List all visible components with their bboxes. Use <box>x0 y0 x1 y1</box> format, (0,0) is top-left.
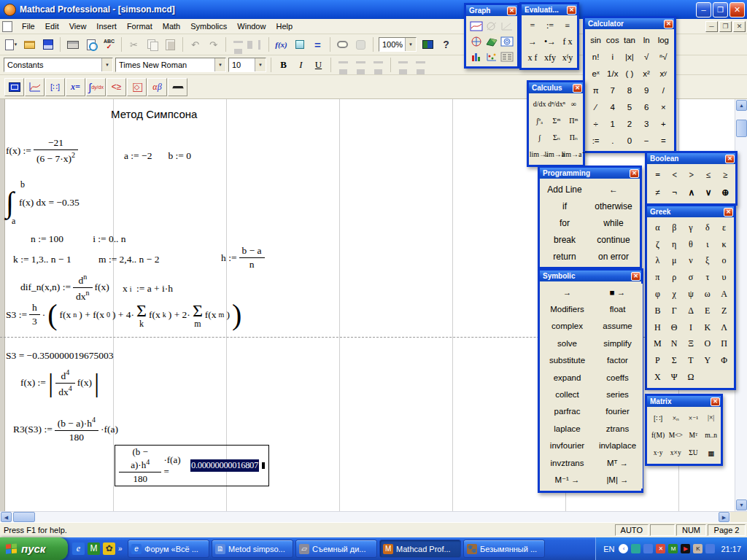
calculator-key[interactable]: |x| <box>621 48 638 65</box>
region-n-i[interactable]: n := 100i := 0.. n <box>31 233 126 245</box>
restore-chevron-icon[interactable]: ‹ <box>619 544 628 553</box>
calculator-key[interactable]: 2 <box>621 115 638 132</box>
greek-key[interactable]: ι <box>699 236 716 253</box>
calculator-key[interactable]: ⁿ√ <box>655 48 672 65</box>
insert-hyperlink-button[interactable] <box>334 36 351 52</box>
evaluation-key[interactable]: f x <box>559 34 576 50</box>
calculus-key[interactable]: Πᵐ <box>565 112 582 129</box>
menu-item[interactable]: File <box>17 20 40 33</box>
symbolic-palette-button[interactable] <box>168 78 187 96</box>
calculator-key[interactable]: × <box>655 98 672 115</box>
calculator-key[interactable]: x² <box>638 65 655 82</box>
calculator-key[interactable]: = <box>655 132 672 149</box>
greek-key[interactable]: Μ <box>649 336 666 353</box>
region-ab[interactable]: a := −2b := 0 <box>124 150 191 162</box>
greek-key[interactable]: κ <box>716 236 732 253</box>
boolean-key[interactable]: ∧ <box>683 184 700 201</box>
greek-key[interactable]: Ψ <box>666 369 683 386</box>
greek-key[interactable]: Ε <box>699 303 716 319</box>
greek-key[interactable]: π <box>649 269 666 286</box>
greek-key[interactable]: Κ <box>699 319 716 336</box>
calculator-key[interactable]: 9 <box>638 82 655 98</box>
greek-key[interactable]: Υ <box>699 352 716 369</box>
symbolic-key[interactable]: M⁻¹ → <box>542 471 592 488</box>
calculator-key[interactable]: n! <box>587 48 604 65</box>
evaluation-close-icon[interactable] <box>567 6 576 15</box>
boolean-key[interactable]: ≤ <box>700 166 717 184</box>
symbolic-key[interactable]: substitute <box>542 352 592 369</box>
quick-launch-overflow-chevron[interactable]: » <box>118 545 123 553</box>
programming-key[interactable]: Add Line <box>542 181 587 198</box>
calculator-key[interactable]: 4 <box>604 98 621 115</box>
mathcad-tray-icon[interactable]: M <box>668 544 678 553</box>
calculus-key[interactable]: Σₙ <box>548 129 565 146</box>
language-indicator[interactable]: EN <box>603 545 614 553</box>
trace-plot-icon[interactable] <box>499 18 514 34</box>
region-r3-definition[interactable]: R3(S3) := (b − a)·h4180 ·f(a) <box>13 416 118 443</box>
greek-key[interactable]: τ <box>699 269 716 286</box>
scroll-up-button[interactable]: ▲ <box>736 100 747 111</box>
calculator-close-icon[interactable] <box>664 20 673 28</box>
programming-close-icon[interactable] <box>630 169 639 178</box>
greek-key[interactable]: Δ <box>683 303 700 319</box>
greek-key[interactable]: Ο <box>699 336 716 353</box>
child-close-button[interactable]: ✕ <box>733 21 746 32</box>
zoom-select[interactable]: 100% <box>379 37 417 52</box>
matrix-key[interactable]: [∷] <box>649 409 667 427</box>
symbolic-key[interactable]: assume <box>592 318 643 335</box>
calculus-key[interactable]: d/dx <box>531 96 548 112</box>
cut-button[interactable]: ✂ <box>125 36 142 52</box>
greek-key[interactable]: Ω <box>683 369 700 386</box>
greek-palette-button[interactable]: αβ <box>147 78 167 96</box>
greek-key[interactable]: Π <box>716 336 732 353</box>
symbolic-key[interactable]: series <box>592 386 643 402</box>
calculator-key[interactable]: π <box>587 82 604 98</box>
player-icon[interactable]: ▶ <box>681 544 690 553</box>
calculus-key[interactable]: ∫ <box>531 129 548 146</box>
style-select[interactable]: Constants <box>4 58 113 72</box>
insert-function-button[interactable]: f(x) <box>273 36 290 52</box>
greek-key[interactable]: λ <box>649 253 666 270</box>
font-select[interactable]: Times New Roman <box>115 58 226 72</box>
selected-result-value[interactable]: 0.00000000016807 <box>190 459 259 472</box>
matrix-key[interactable]: ×ₙ <box>667 409 684 427</box>
spell-check-button[interactable]: ABC✓ <box>101 36 117 52</box>
calculator-key[interactable]: ∕ <box>587 98 604 115</box>
calculator-key[interactable]: sin <box>587 31 604 48</box>
programming-key[interactable]: ← <box>587 181 640 198</box>
evaluation-key[interactable]: → <box>524 34 541 50</box>
italic-button[interactable]: I <box>293 58 309 73</box>
child-minimize-button[interactable]: ─ <box>705 21 718 32</box>
new-button[interactable]: ▼ <box>3 36 20 52</box>
matrix-key[interactable]: x·y <box>649 444 667 462</box>
programming-key[interactable]: if <box>542 198 587 214</box>
calculator-key[interactable]: 1/x <box>604 65 621 82</box>
region-xi[interactable]: xi := a + i·h <box>123 283 173 295</box>
greek-key[interactable]: Α <box>716 286 732 303</box>
symbolic-key[interactable]: ztrans <box>592 420 643 437</box>
style-dropdown-arrow[interactable] <box>101 58 112 71</box>
evaluation-key[interactable]: = <box>524 18 541 34</box>
symbolic-key[interactable]: coeffs <box>592 369 643 386</box>
zoom-dropdown-arrow[interactable] <box>405 38 416 51</box>
undo-button[interactable]: ↶ <box>187 36 204 52</box>
symbolic-key[interactable]: Modifiers <box>542 300 592 317</box>
greek-key[interactable]: Ξ <box>683 336 700 353</box>
scatter3d-plot-icon[interactable] <box>484 49 499 64</box>
greek-key[interactable]: Σ <box>666 352 683 369</box>
matrix-key[interactable]: ▦ <box>703 444 720 462</box>
redo-button[interactable]: ↷ <box>205 36 222 52</box>
greek-key[interactable]: β <box>666 219 683 236</box>
greek-key[interactable]: ξ <box>699 253 716 270</box>
calculator-palette-button[interactable] <box>4 78 24 96</box>
symbolic-key[interactable]: |M| → <box>592 471 643 488</box>
greek-close-icon[interactable] <box>724 208 733 217</box>
greek-key[interactable]: Ν <box>666 336 683 353</box>
symbolic-key[interactable]: collect <box>542 386 592 402</box>
symbolic-key[interactable]: solve <box>542 335 592 351</box>
evaluation-key[interactable]: •→ <box>541 34 559 50</box>
xy-plot-icon[interactable] <box>468 18 484 34</box>
calculator-key[interactable]: 3 <box>638 115 655 132</box>
programming-key[interactable]: for <box>542 214 587 231</box>
save-button[interactable] <box>39 36 56 52</box>
